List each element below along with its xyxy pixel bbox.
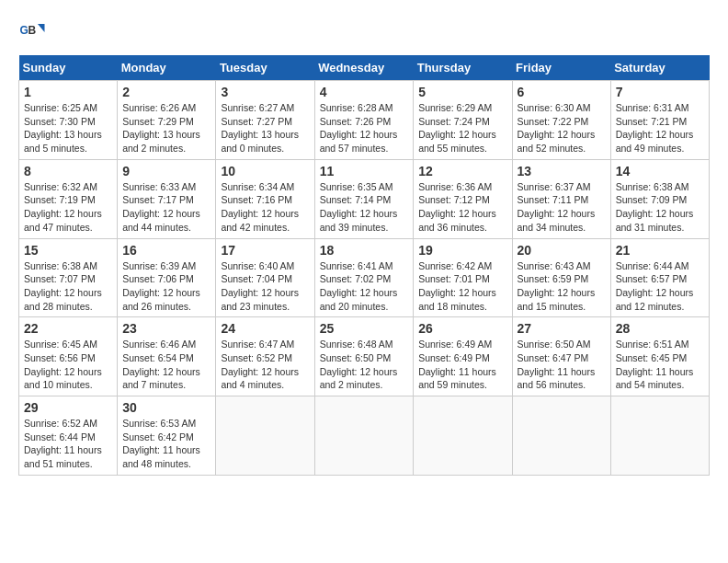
calendar-cell: 10Sunrise: 6:34 AMSunset: 7:16 PMDayligh… — [216, 159, 314, 238]
day-number: 13 — [518, 164, 606, 178]
calendar-cell: 27Sunrise: 6:50 AMSunset: 6:47 PMDayligh… — [512, 317, 610, 396]
calendar-cell: 9Sunrise: 6:33 AMSunset: 7:17 PMDaylight… — [118, 159, 216, 238]
day-number: 6 — [518, 85, 606, 99]
day-info: Sunrise: 6:50 AMSunset: 6:47 PMDaylight:… — [518, 338, 606, 392]
calendar-cell: 6Sunrise: 6:30 AMSunset: 7:22 PMDaylight… — [512, 81, 610, 160]
day-info: Sunrise: 6:41 AMSunset: 7:02 PMDaylight:… — [320, 259, 409, 314]
day-info: Sunrise: 6:28 AMSunset: 7:26 PMDaylight:… — [320, 101, 409, 155]
column-header-monday: Monday — [118, 55, 216, 81]
calendar-cell — [314, 396, 414, 476]
day-number: 27 — [518, 321, 606, 336]
calendar-cell: 16Sunrise: 6:39 AMSunset: 7:06 PMDayligh… — [118, 238, 216, 317]
calendar-cell: 1Sunrise: 6:25 AMSunset: 7:30 PMDaylight… — [19, 81, 118, 160]
day-number: 3 — [221, 85, 309, 99]
calendar-header-row: SundayMondayTuesdayWednesdayThursdayFrid… — [19, 55, 710, 81]
day-info: Sunrise: 6:48 AMSunset: 6:50 PMDaylight:… — [320, 338, 409, 392]
day-number: 2 — [122, 85, 210, 99]
day-info: Sunrise: 6:49 AMSunset: 6:49 PMDaylight:… — [418, 338, 506, 392]
day-number: 29 — [24, 400, 112, 415]
day-info: Sunrise: 6:53 AMSunset: 6:42 PMDaylight:… — [122, 417, 210, 471]
day-info: Sunrise: 6:25 AMSunset: 7:30 PMDaylight:… — [24, 101, 112, 155]
day-number: 26 — [418, 321, 506, 336]
day-number: 8 — [24, 164, 112, 178]
calendar-cell: 20Sunrise: 6:43 AMSunset: 6:59 PMDayligh… — [512, 238, 610, 317]
svg-text:G: G — [20, 24, 28, 37]
calendar-cell: 5Sunrise: 6:29 AMSunset: 7:24 PMDaylight… — [414, 81, 512, 160]
calendar-cell — [216, 396, 314, 476]
day-info: Sunrise: 6:42 AMSunset: 7:01 PMDaylight:… — [418, 259, 506, 314]
day-info: Sunrise: 6:29 AMSunset: 7:24 PMDaylight:… — [418, 101, 506, 155]
calendar-week-row: 8Sunrise: 6:32 AMSunset: 7:19 PMDaylight… — [19, 159, 710, 238]
day-number: 17 — [221, 243, 309, 258]
calendar-cell: 14Sunrise: 6:38 AMSunset: 7:09 PMDayligh… — [610, 159, 709, 238]
day-number: 15 — [24, 243, 112, 258]
calendar-week-row: 1Sunrise: 6:25 AMSunset: 7:30 PMDaylight… — [19, 81, 710, 160]
column-header-wednesday: Wednesday — [314, 55, 414, 81]
day-info: Sunrise: 6:26 AMSunset: 7:29 PMDaylight:… — [122, 101, 210, 155]
day-number: 10 — [221, 164, 309, 178]
day-number: 18 — [320, 243, 409, 258]
day-number: 7 — [616, 85, 704, 99]
calendar-cell: 7Sunrise: 6:31 AMSunset: 7:21 PMDaylight… — [610, 81, 709, 160]
day-info: Sunrise: 6:45 AMSunset: 6:56 PMDaylight:… — [24, 338, 112, 392]
day-info: Sunrise: 6:39 AMSunset: 7:06 PMDaylight:… — [122, 259, 210, 314]
calendar-cell: 17Sunrise: 6:40 AMSunset: 7:04 PMDayligh… — [216, 238, 314, 317]
calendar-week-row: 15Sunrise: 6:38 AMSunset: 7:07 PMDayligh… — [19, 238, 710, 317]
calendar-cell: 22Sunrise: 6:45 AMSunset: 6:56 PMDayligh… — [19, 317, 118, 396]
day-number: 25 — [320, 321, 409, 336]
day-number: 20 — [518, 243, 606, 258]
svg-marker-2 — [38, 24, 45, 32]
day-info: Sunrise: 6:37 AMSunset: 7:11 PMDaylight:… — [518, 180, 606, 235]
calendar-cell: 2Sunrise: 6:26 AMSunset: 7:29 PMDaylight… — [118, 81, 216, 160]
logo-icon: G B — [18, 18, 46, 46]
calendar-cell — [610, 396, 709, 476]
calendar-cell: 15Sunrise: 6:38 AMSunset: 7:07 PMDayligh… — [19, 238, 118, 317]
day-info: Sunrise: 6:33 AMSunset: 7:17 PMDaylight:… — [122, 180, 210, 235]
day-number: 23 — [122, 321, 210, 336]
calendar-cell: 12Sunrise: 6:36 AMSunset: 7:12 PMDayligh… — [414, 159, 512, 238]
calendar-cell: 23Sunrise: 6:46 AMSunset: 6:54 PMDayligh… — [118, 317, 216, 396]
day-info: Sunrise: 6:36 AMSunset: 7:12 PMDaylight:… — [418, 180, 506, 235]
page-header: G B — [18, 18, 710, 46]
calendar-cell: 8Sunrise: 6:32 AMSunset: 7:19 PMDaylight… — [19, 159, 118, 238]
day-number: 28 — [616, 321, 704, 336]
day-number: 16 — [122, 243, 210, 258]
column-header-saturday: Saturday — [610, 55, 709, 81]
day-info: Sunrise: 6:47 AMSunset: 6:52 PMDaylight:… — [221, 338, 309, 392]
calendar-cell: 21Sunrise: 6:44 AMSunset: 6:57 PMDayligh… — [610, 238, 709, 317]
column-header-thursday: Thursday — [414, 55, 512, 81]
day-number: 14 — [616, 164, 704, 178]
logo: G B — [18, 18, 50, 46]
calendar-cell — [414, 396, 512, 476]
svg-text:B: B — [28, 24, 37, 37]
calendar-cell: 19Sunrise: 6:42 AMSunset: 7:01 PMDayligh… — [414, 238, 512, 317]
calendar-cell: 13Sunrise: 6:37 AMSunset: 7:11 PMDayligh… — [512, 159, 610, 238]
calendar-cell: 24Sunrise: 6:47 AMSunset: 6:52 PMDayligh… — [216, 317, 314, 396]
day-info: Sunrise: 6:30 AMSunset: 7:22 PMDaylight:… — [518, 101, 606, 155]
calendar-week-row: 29Sunrise: 6:52 AMSunset: 6:44 PMDayligh… — [19, 396, 710, 476]
day-info: Sunrise: 6:51 AMSunset: 6:45 PMDaylight:… — [616, 338, 704, 392]
day-number: 21 — [616, 243, 704, 258]
calendar-cell: 11Sunrise: 6:35 AMSunset: 7:14 PMDayligh… — [314, 159, 414, 238]
calendar-cell — [512, 396, 610, 476]
day-number: 11 — [320, 164, 409, 178]
calendar-cell: 28Sunrise: 6:51 AMSunset: 6:45 PMDayligh… — [610, 317, 709, 396]
day-info: Sunrise: 6:27 AMSunset: 7:27 PMDaylight:… — [221, 101, 309, 155]
calendar-cell: 18Sunrise: 6:41 AMSunset: 7:02 PMDayligh… — [314, 238, 414, 317]
calendar-cell: 25Sunrise: 6:48 AMSunset: 6:50 PMDayligh… — [314, 317, 414, 396]
calendar-cell: 26Sunrise: 6:49 AMSunset: 6:49 PMDayligh… — [414, 317, 512, 396]
day-number: 1 — [24, 85, 112, 99]
day-number: 24 — [221, 321, 309, 336]
day-info: Sunrise: 6:43 AMSunset: 6:59 PMDaylight:… — [518, 259, 606, 314]
day-number: 22 — [24, 321, 112, 336]
column-header-tuesday: Tuesday — [216, 55, 314, 81]
day-info: Sunrise: 6:44 AMSunset: 6:57 PMDaylight:… — [616, 259, 704, 314]
day-info: Sunrise: 6:46 AMSunset: 6:54 PMDaylight:… — [122, 338, 210, 392]
day-number: 19 — [418, 243, 506, 258]
day-number: 12 — [418, 164, 506, 178]
calendar-week-row: 22Sunrise: 6:45 AMSunset: 6:56 PMDayligh… — [19, 317, 710, 396]
day-info: Sunrise: 6:34 AMSunset: 7:16 PMDaylight:… — [221, 180, 309, 235]
day-number: 9 — [122, 164, 210, 178]
day-info: Sunrise: 6:52 AMSunset: 6:44 PMDaylight:… — [24, 417, 112, 471]
calendar-cell: 3Sunrise: 6:27 AMSunset: 7:27 PMDaylight… — [216, 81, 314, 160]
